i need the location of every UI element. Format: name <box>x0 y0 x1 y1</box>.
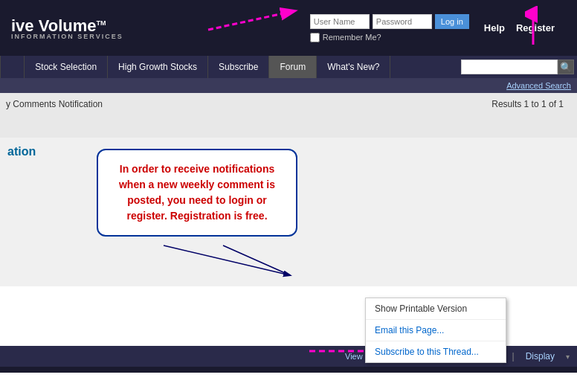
tooltip-line2: when a new weekly comment is <box>119 179 275 190</box>
middle-area: ation In order to receive notifications … <box>0 138 577 286</box>
svg-line-3 <box>223 245 290 275</box>
tooltip-line4: register. Registration is free. <box>126 210 267 222</box>
dark-stripe <box>0 367 577 373</box>
nav-item-whats-new[interactable]: What's New? <box>317 56 390 78</box>
help-register-area: Help Register <box>484 22 555 33</box>
login-form: Log in <box>310 14 469 29</box>
content-area: y Comments Notification Results 1 to 1 o… <box>0 93 577 138</box>
nav-bar: Stock Selection High Growth Stocks Subsc… <box>0 56 577 78</box>
menu-item-print[interactable]: Show Printable Version <box>366 298 506 320</box>
notification-title: y Comments Notification <box>6 99 103 109</box>
subscribe-thread-link[interactable]: Subscribe to this Thread... <box>375 347 479 357</box>
login-button[interactable]: Log in <box>435 14 469 29</box>
remember-me-area: Remember Me? <box>310 33 469 42</box>
nav-item-forum[interactable]: Forum <box>269 56 317 78</box>
display-link[interactable]: Display <box>526 351 555 362</box>
dropdown-menu: Show Printable Version Email this Page..… <box>365 298 506 363</box>
logo: ive VolumeTM INFORMATION SERVICES <box>7 16 123 40</box>
search-button[interactable]: 🔍 <box>558 60 574 74</box>
password-input[interactable] <box>373 14 432 29</box>
email-page-link[interactable]: Email this Page... <box>375 325 444 335</box>
remember-me-checkbox[interactable] <box>310 33 320 42</box>
nav-item-high-growth[interactable]: High Growth Stocks <box>108 56 208 78</box>
separator2: | <box>512 351 515 362</box>
results-count: Results 1 to 1 of 1 <box>491 99 571 109</box>
logo-text: ive Volume <box>11 16 97 35</box>
advanced-search-link[interactable]: Advanced Search <box>506 81 571 90</box>
help-link[interactable]: Help <box>484 22 505 33</box>
search-input[interactable] <box>461 60 558 74</box>
logo-sub: INFORMATION SERVICES <box>11 33 123 40</box>
menu-item-email[interactable]: Email this Page... <box>366 320 506 341</box>
remember-me-label: Remember Me? <box>323 33 381 42</box>
svg-line-0 <box>208 11 294 30</box>
username-input[interactable] <box>310 14 370 29</box>
logo-tm: TM <box>97 19 106 26</box>
tooltip-box: In order to receive notifications when a… <box>97 149 297 237</box>
arrow-login <box>201 4 305 37</box>
menu-item-subscribe[interactable]: Subscribe to this Thread... <box>366 341 506 362</box>
tooltip-line3: posted, you need to login or <box>127 194 266 206</box>
header: ive VolumeTM INFORMATION SERVICES Log in… <box>0 0 577 56</box>
advanced-search-bar: Advanced Search <box>0 78 577 93</box>
register-link[interactable]: Register <box>516 22 555 33</box>
nav-item-stock-selection[interactable]: Stock Selection <box>25 56 108 78</box>
nav-item-home[interactable] <box>0 56 25 78</box>
svg-line-2 <box>164 245 290 275</box>
search-area: 🔍 <box>461 56 577 78</box>
display-caret: ▾ <box>566 353 570 361</box>
tooltip-line1: In order to receive notifications <box>120 163 275 175</box>
nav-item-subscribe[interactable]: Subscribe <box>208 56 269 78</box>
